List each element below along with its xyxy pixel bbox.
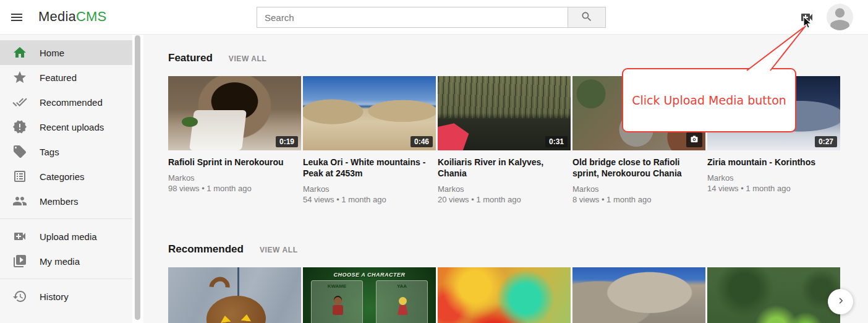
duration-badge: 0:31 (545, 136, 568, 147)
duration-badge: 0:19 (276, 136, 298, 147)
members-icon (12, 194, 27, 209)
annotation-text: Click Upload Media button (632, 93, 786, 107)
duration-badge: 0:27 (815, 136, 837, 147)
sidebar-divider (0, 218, 132, 219)
video-thumbnail[interactable] (168, 267, 301, 323)
game-heading-text: CHOOSE A CHARACTER (303, 272, 436, 278)
carousel-next-button[interactable] (828, 289, 853, 314)
sidebar-item-label: Home (40, 48, 64, 58)
search-button[interactable] (568, 7, 606, 28)
thumbnail-art (333, 305, 343, 315)
sidebar-item-tags[interactable]: Tags (0, 139, 132, 164)
chevron-right-icon (835, 295, 846, 308)
media-author[interactable]: Markos (168, 173, 301, 183)
video-thumbnail[interactable] (572, 267, 705, 323)
media-card[interactable]: 0:31 Koiliaris River in Kalyves, Chania … (438, 76, 571, 205)
sidebar-item-label: Upload media (40, 231, 97, 242)
video-thumbnail[interactable]: CHOOSE A CHARACTER KWAME YAA Selected Se… (303, 267, 436, 323)
thumbnail-art (182, 117, 198, 127)
section-title: Recommended (168, 243, 244, 256)
annotation-pointer (736, 22, 813, 73)
tag-icon (12, 144, 27, 159)
sidebar-item-categories[interactable]: Categories (0, 164, 132, 189)
pumpkin-shape (204, 293, 268, 323)
media-card[interactable]: 0:46 Leuka Ori - White mountains - Peak … (303, 76, 436, 205)
media-card[interactable]: 0:19 Rafioli Sprint in Nerokourou Markos… (168, 76, 301, 205)
search-bar (257, 7, 606, 28)
thumbnail-art (398, 305, 408, 315)
sidebar: Home Featured Recommended Recent uploads… (0, 35, 132, 323)
video-thumbnail[interactable]: 0:46 (303, 76, 436, 150)
double-check-icon (12, 95, 27, 110)
star-icon (12, 70, 27, 85)
sidebar-scrollbar-thumb[interactable] (135, 35, 140, 320)
sidebar-item-label: Featured (40, 72, 77, 83)
media-title[interactable]: Old bridge close to Rafioli sprint, Nero… (572, 157, 705, 179)
sidebar-item-label: Tags (40, 147, 59, 157)
sidebar-item-label: Categories (40, 171, 85, 182)
media-author[interactable]: Markos (572, 184, 705, 194)
media-author[interactable]: Markos (438, 184, 571, 194)
section-title: Featured (168, 52, 213, 64)
upload-media-icon (12, 229, 27, 244)
sidebar-item-recent-uploads[interactable]: Recent uploads (0, 114, 132, 139)
video-thumbnail[interactable] (707, 267, 840, 323)
media-title[interactable]: Ziria mountain - Korinthos (707, 157, 840, 168)
sidebar-item-my-media[interactable]: My media (0, 249, 132, 273)
media-meta: 8 views • 1 month ago (572, 194, 705, 205)
sidebar-scrollbar-track (132, 35, 143, 323)
mouse-cursor (802, 16, 814, 30)
user-avatar[interactable] (827, 4, 853, 30)
media-meta: 54 views • 1 month ago (303, 194, 436, 205)
my-media-icon (12, 254, 27, 269)
sidebar-item-home[interactable]: Home (0, 40, 132, 65)
media-card[interactable] (707, 267, 840, 323)
thumbnail-art (189, 110, 247, 150)
media-meta: 14 views • 1 month ago (707, 183, 840, 194)
sidebar-item-label: Recommended (40, 97, 103, 108)
sidebar-item-label: History (40, 291, 69, 302)
media-author[interactable]: Markos (707, 173, 840, 183)
home-icon (12, 45, 27, 60)
game-character-panel: KWAME (311, 280, 363, 323)
sidebar-item-members[interactable]: Members (0, 189, 132, 213)
media-card[interactable] (438, 267, 571, 323)
thumbnail-art (334, 297, 342, 305)
media-card[interactable] (572, 267, 705, 323)
kayak-shape (438, 116, 512, 150)
media-author[interactable]: Markos (303, 184, 436, 194)
game-character-name: KWAME (312, 283, 362, 289)
search-icon (581, 11, 593, 25)
person-icon (827, 22, 853, 30)
thumbnail-art (399, 297, 407, 305)
video-thumbnail[interactable] (438, 267, 571, 323)
recommended-section: Recommended VIEW ALL CHOOSE A CHARACTER … (168, 243, 868, 323)
logo-media-text: Media (38, 9, 76, 24)
sidebar-divider (0, 278, 132, 279)
video-thumbnail[interactable]: 0:31 (438, 76, 571, 150)
media-card[interactable]: CHOOSE A CHARACTER KWAME YAA Selected Se… (303, 267, 436, 323)
sidebar-item-recommended[interactable]: Recommended (0, 90, 132, 114)
recommended-view-all-link[interactable]: VIEW ALL (260, 246, 298, 254)
sidebar-item-history[interactable]: History (0, 284, 132, 309)
media-title[interactable]: Koiliaris River in Kalyves, Chania (438, 157, 571, 179)
media-title[interactable]: Leuka Ori - White mountains - Peak at 24… (303, 157, 436, 179)
new-releases-icon (12, 119, 27, 134)
featured-view-all-link[interactable]: VIEW ALL (229, 54, 267, 63)
sidebar-item-upload-media[interactable]: Upload media (0, 224, 132, 249)
image-media-badge (686, 132, 702, 147)
camera-icon (690, 134, 699, 145)
menu-icon[interactable] (9, 10, 24, 25)
categories-icon (12, 169, 27, 184)
annotation-callout: Click Upload Media button (622, 68, 796, 132)
search-input[interactable] (257, 7, 568, 28)
game-character-panel: YAA (376, 280, 428, 323)
sidebar-item-label: My media (40, 256, 80, 267)
logo-cms-text: CMS (76, 9, 107, 24)
media-card[interactable] (168, 267, 301, 323)
media-title[interactable]: Rafioli Sprint in Nerokourou (168, 157, 301, 168)
duration-badge: 0:46 (411, 136, 433, 147)
sidebar-item-featured[interactable]: Featured (0, 65, 132, 90)
video-thumbnail[interactable]: 0:19 (168, 76, 301, 150)
app-logo[interactable]: MediaCMS (38, 9, 106, 25)
